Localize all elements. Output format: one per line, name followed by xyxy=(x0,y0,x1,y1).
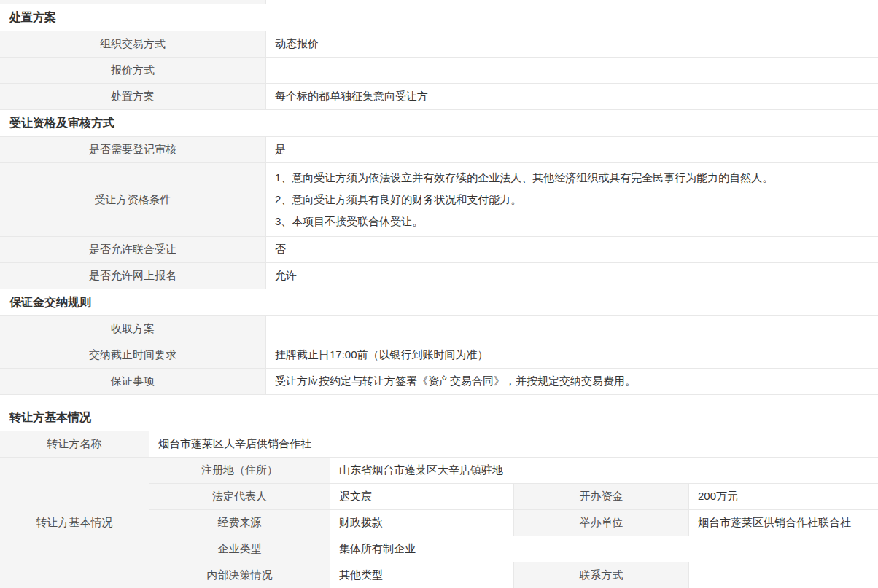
label-joint-transfer-allowed: 是否允许联合受让 xyxy=(0,237,266,262)
transferor-detail-rows: 注册地（住所） 山东省烟台市蓬莱区大辛店镇驻地 法定代表人 迟文宸 开办资金 2… xyxy=(149,458,878,588)
label-registered-address: 注册地（住所） xyxy=(149,458,330,483)
label-collection-plan: 收取方案 xyxy=(0,316,266,342)
value-funding-source: 财政拨款 xyxy=(330,510,514,536)
value-organize-trade-method: 动态报价 xyxy=(266,31,878,57)
disposal-info-table: 处置方案 组织交易方式 动态报价 报价方式 处置方案 每个标的都单独征集意向受让… xyxy=(0,4,878,395)
label-funding-source: 经费来源 xyxy=(149,510,330,536)
label-disposal-plan: 处置方案 xyxy=(0,84,266,109)
value-registered-address: 山东省烟台市蓬莱区大辛店镇驻地 xyxy=(330,458,878,483)
value-transferor-name: 烟台市蓬莱区大辛店供销合作社 xyxy=(149,431,878,457)
table-row: 受让方资格条件 1、意向受让方须为依法设立并有效存续的企业法人、其他经济组织或具… xyxy=(0,163,878,237)
label-legal-representative: 法定代表人 xyxy=(149,484,330,509)
value-transferee-qualification: 1、意向受让方须为依法设立并有效存续的企业法人、其他经济组织或具有完全民事行为能… xyxy=(266,163,878,236)
value-registration-review-required: 是 xyxy=(266,137,878,162)
table-row: 处置方案 每个标的都单独征集意向受让方 xyxy=(0,84,878,110)
label-organize-trade-method: 组织交易方式 xyxy=(0,31,266,57)
clipped-previous-row-value xyxy=(266,0,878,4)
label-registration-review-required: 是否需要登记审核 xyxy=(0,137,266,162)
detail-page: 处置方案 组织交易方式 动态报价 报价方式 处置方案 每个标的都单独征集意向受让… xyxy=(0,0,878,588)
transferor-info-table: 转让方基本情况 转让方名称 烟台市蓬莱区大辛店供销合作社 转让方基本情况 注册地… xyxy=(0,404,878,588)
qualification-line-2: 2、意向受让方须具有良好的财务状况和支付能力。 xyxy=(275,189,869,211)
table-row: 保证事项 受让方应按约定与转让方签署《资产交易合同》，并按规定交纳交易费用。 xyxy=(0,369,878,395)
label-transferor-name: 转让方名称 xyxy=(0,431,149,457)
table-row: 是否允许联合受让 否 xyxy=(0,237,878,263)
table-row: 是否需要登记审核 是 xyxy=(0,137,878,163)
value-disposal-plan: 每个标的都单独征集意向受让方 xyxy=(266,84,878,109)
section-header-deposit-rules: 保证金交纳规则 xyxy=(0,289,878,316)
label-guarantee-matters: 保证事项 xyxy=(0,369,266,394)
value-collection-plan xyxy=(266,316,878,342)
value-legal-representative: 迟文宸 xyxy=(330,484,514,509)
label-internal-decision: 内部决策情况 xyxy=(149,562,330,588)
value-organizer-unit: 烟台市蓬莱区供销合作社联合社 xyxy=(689,510,878,536)
table-row: 组织交易方式 动态报价 xyxy=(0,31,878,58)
label-quote-method: 报价方式 xyxy=(0,58,266,83)
section-header-transferor-basic-info: 转让方基本情况 xyxy=(0,404,878,431)
value-joint-transfer-allowed: 否 xyxy=(266,237,878,262)
value-startup-capital: 200万元 xyxy=(689,484,878,509)
label-startup-capital: 开办资金 xyxy=(514,484,689,509)
table-row: 收取方案 xyxy=(0,316,878,342)
label-online-registration-allowed: 是否允许网上报名 xyxy=(0,263,266,289)
value-enterprise-type: 集体所有制企业 xyxy=(330,536,878,562)
table-row: 注册地（住所） 山东省烟台市蓬莱区大辛店镇驻地 xyxy=(149,458,878,484)
label-enterprise-type: 企业类型 xyxy=(149,536,330,562)
qualification-line-1: 1、意向受让方须为依法设立并有效存续的企业法人、其他经济组织或具有完全民事行为能… xyxy=(275,167,869,189)
qualification-line-3: 3、本项目不接受联合体受让。 xyxy=(275,211,869,232)
table-row: 交纳截止时间要求 挂牌截止日17:00前（以银行到账时间为准） xyxy=(0,342,878,369)
section-header-disposal-plan: 处置方案 xyxy=(0,4,878,31)
value-internal-decision: 其他类型 xyxy=(330,562,514,588)
value-contact-info xyxy=(689,562,878,588)
value-quote-method xyxy=(266,58,878,83)
value-online-registration-allowed: 允许 xyxy=(266,263,878,289)
table-row: 企业类型 集体所有制企业 xyxy=(149,536,878,562)
table-row: 内部决策情况 其他类型 联系方式 xyxy=(149,562,878,588)
value-payment-deadline: 挂牌截止日17:00前（以银行到账时间为准） xyxy=(266,342,878,368)
label-organizer-unit: 举办单位 xyxy=(514,510,689,536)
label-payment-deadline: 交纳截止时间要求 xyxy=(0,342,266,368)
label-transferee-qualification: 受让方资格条件 xyxy=(0,163,266,236)
label-contact-info: 联系方式 xyxy=(514,562,689,588)
value-guarantee-matters: 受让方应按约定与转让方签署《资产交易合同》，并按规定交纳交易费用。 xyxy=(266,369,878,394)
transferor-detail-block: 转让方基本情况 注册地（住所） 山东省烟台市蓬莱区大辛店镇驻地 法定代表人 迟文… xyxy=(0,458,878,588)
clipped-previous-row-label xyxy=(0,0,266,4)
table-row: 法定代表人 迟文宸 开办资金 200万元 xyxy=(149,484,878,510)
table-separator-gap xyxy=(0,395,878,404)
section-header-transfer-qualification: 受让资格及审核方式 xyxy=(0,110,878,137)
table-row: 转让方名称 烟台市蓬莱区大辛店供销合作社 xyxy=(0,431,878,458)
label-transferor-basic-info: 转让方基本情况 xyxy=(0,458,149,588)
table-row: 是否允许网上报名 允许 xyxy=(0,263,878,289)
table-row: 报价方式 xyxy=(0,58,878,84)
table-row: 经费来源 财政拨款 举办单位 烟台市蓬莱区供销合作社联合社 xyxy=(149,510,878,536)
